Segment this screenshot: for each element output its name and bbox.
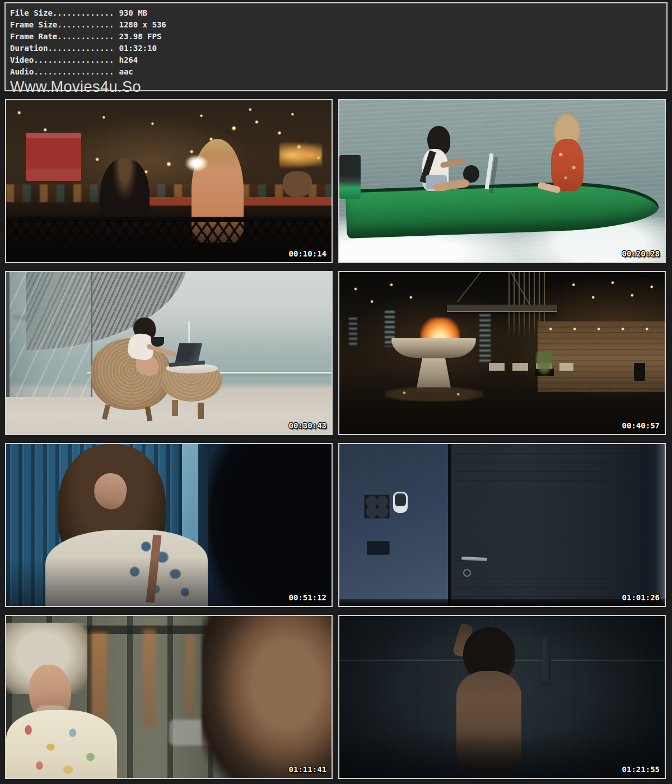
potted-plant-art bbox=[535, 352, 554, 376]
info-dots: ............ bbox=[57, 20, 114, 29]
thumbnail-night-market: 00:10:14 bbox=[5, 99, 333, 263]
thumbnail-dark-door: 01:01:26 bbox=[338, 443, 666, 607]
info-dots: ............. bbox=[53, 8, 114, 17]
info-label: File Size bbox=[10, 8, 53, 17]
orange-frame-art bbox=[143, 629, 156, 726]
info-label: Audio bbox=[10, 67, 34, 76]
windshield-art bbox=[485, 153, 494, 189]
info-value: 930 MB bbox=[114, 8, 147, 17]
bowl-art bbox=[151, 337, 164, 347]
chair-leg-art bbox=[145, 406, 153, 421]
scene-balcony bbox=[6, 272, 332, 434]
thumbnail-courtyard-fire: 00:40:57 bbox=[338, 271, 666, 435]
info-value: aac bbox=[114, 67, 133, 76]
scene-dark-door bbox=[339, 444, 665, 606]
info-line-audio: Audio.................aac bbox=[10, 66, 666, 78]
benches-art bbox=[489, 363, 573, 371]
info-value: 01:32:10 bbox=[114, 44, 156, 53]
shrub-ring-art bbox=[385, 387, 482, 402]
info-dots: ............ bbox=[57, 32, 114, 41]
vignette-art bbox=[339, 616, 665, 778]
timestamp-overlay: 00:51:12 bbox=[289, 593, 326, 602]
thumbnail-shower: 01:21:55 bbox=[338, 615, 666, 779]
switch-panel-art bbox=[367, 541, 390, 555]
info-value: 23.98 FPS bbox=[114, 32, 161, 41]
info-line-video: Video.................h264 bbox=[10, 54, 666, 66]
marquee-letters-art bbox=[279, 142, 322, 168]
timestamp-overlay: 01:01:26 bbox=[622, 593, 660, 602]
timestamp-overlay: 00:30:43 bbox=[289, 421, 326, 430]
phone-flash-art bbox=[185, 155, 208, 171]
info-line-duration: Duration..............01:32:10 bbox=[10, 43, 666, 54]
floral-shirt-art bbox=[6, 710, 117, 779]
media-info-panel: File Size.............930 MB Frame Size.… bbox=[4, 2, 668, 91]
switch-panel-art bbox=[364, 494, 390, 519]
outboard-motor-art bbox=[339, 155, 361, 199]
vignette-art bbox=[6, 444, 332, 606]
table-leg-art bbox=[172, 400, 178, 416]
red-banner-art bbox=[26, 133, 81, 181]
thumbnail-blue-room-woman: 00:51:12 bbox=[5, 443, 333, 607]
door-art bbox=[451, 444, 640, 606]
timestamp-overlay: 00:20:28 bbox=[622, 249, 660, 258]
info-label: Frame Rate bbox=[10, 32, 57, 41]
scene-two-men bbox=[6, 616, 332, 778]
site-watermark: Www.Movies4u.So bbox=[10, 78, 666, 95]
thumbnail-motorboat: 00:20:28 bbox=[338, 99, 666, 263]
info-dots: ................. bbox=[34, 67, 114, 76]
curtain-edge-art bbox=[655, 444, 665, 606]
info-dots: .............. bbox=[48, 44, 114, 53]
passenger-dress-art bbox=[551, 139, 584, 190]
handbag-art bbox=[283, 171, 312, 197]
info-label: Frame Size bbox=[10, 20, 57, 29]
door-lock-art bbox=[463, 569, 471, 577]
info-label: Duration bbox=[10, 44, 48, 53]
scene-courtyard-fire bbox=[339, 272, 665, 434]
timestamp-overlay: 01:11:41 bbox=[289, 765, 326, 774]
wall-downlights-art bbox=[541, 323, 661, 335]
scene-motorboat bbox=[339, 100, 665, 262]
timestamp-overlay: 00:40:57 bbox=[622, 421, 660, 430]
info-label: Video bbox=[10, 55, 34, 64]
chair-leg-art bbox=[102, 404, 110, 419]
floor-shadow-art bbox=[339, 599, 665, 606]
pergola-art bbox=[447, 305, 558, 312]
blue-glint-art bbox=[479, 314, 491, 363]
timestamp-overlay: 01:21:55 bbox=[622, 765, 660, 774]
thumbnail-balcony: 00:30:43 bbox=[5, 271, 333, 435]
info-value: h264 bbox=[114, 55, 138, 64]
info-line-file-size: File Size.............930 MB bbox=[10, 7, 666, 19]
blue-glint-art bbox=[349, 318, 357, 347]
thumbnail-two-men: 01:11:41 bbox=[5, 615, 333, 779]
scene-night-market bbox=[6, 100, 332, 262]
stone-fire-bowl-art bbox=[391, 338, 476, 358]
young-man-head-art bbox=[202, 615, 333, 779]
keypad-face-art bbox=[395, 493, 405, 506]
blue-wall-art bbox=[339, 444, 450, 606]
railing-lattice-art bbox=[6, 220, 332, 262]
info-value: 1280 x 536 bbox=[114, 20, 166, 29]
glass-wall-art bbox=[6, 272, 92, 397]
orange-frame-art bbox=[185, 636, 195, 717]
scene-shower bbox=[339, 616, 665, 778]
screenshot-grid: 00:10:14 00:20:28 bbox=[5, 99, 667, 779]
info-line-frame-rate: Frame Rate............23.98 FPS bbox=[10, 31, 666, 43]
scene-blue-room-woman bbox=[6, 444, 332, 606]
timestamp-overlay: 00:10:14 bbox=[289, 249, 326, 258]
info-line-frame-size: Frame Size............1280 x 536 bbox=[10, 19, 666, 31]
trash-bin-art bbox=[634, 363, 645, 381]
info-dots: ................. bbox=[34, 55, 114, 64]
